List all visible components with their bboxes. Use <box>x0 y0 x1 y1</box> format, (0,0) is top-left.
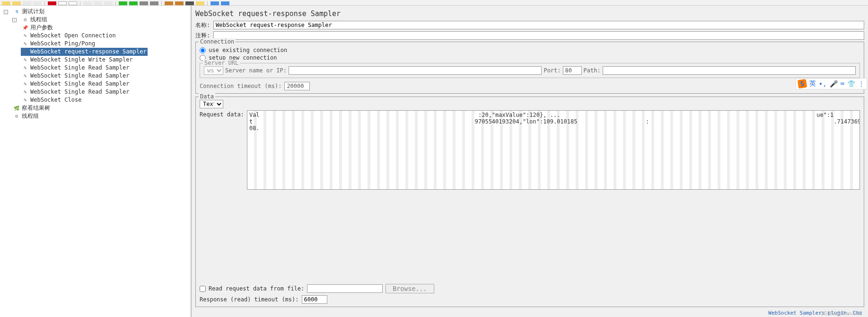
tree-toggle[interactable]: - <box>12 18 17 22</box>
port-input[interactable] <box>563 66 582 75</box>
tree-root[interactable]: 测试计划 <box>12 8 45 16</box>
pencil-icon <box>22 33 28 39</box>
gear-icon <box>22 17 28 23</box>
toolbar-icon[interactable] <box>210 1 219 5</box>
pencil-icon <box>22 41 28 47</box>
toolbar-icon[interactable] <box>150 1 158 5</box>
plugin-footer: WebSocket Samplers plugin. Che <box>195 309 864 316</box>
read-from-file-label: Read request data from file: <box>209 285 304 292</box>
toolbar-icon[interactable] <box>185 1 194 5</box>
stop-icon[interactable] <box>140 1 148 5</box>
ws-open-node[interactable]: WebSocket Open Connection <box>21 32 117 40</box>
toolbar-icon[interactable] <box>94 1 102 5</box>
protocol-select[interactable]: ws <box>204 66 223 75</box>
tree-icon <box>13 105 20 112</box>
response-timeout-label: Response (read) timeout (ms): <box>200 296 299 303</box>
gear-icon <box>13 113 20 120</box>
pencil-icon <box>22 57 28 63</box>
ws-write-node[interactable]: WebSocket Single Write Sampler <box>21 56 134 64</box>
page-title: WebSocket request-response Sampler <box>195 8 864 21</box>
tree-label: 测试计划 <box>22 8 44 16</box>
name-input[interactable] <box>213 21 864 29</box>
toolbar-icon[interactable] <box>2 1 10 5</box>
pencil-icon <box>22 97 28 104</box>
ime-keyboard-icon[interactable]: ⌨ <box>841 80 844 88</box>
thread-group-node[interactable]: 线程组 <box>21 16 48 24</box>
read-from-file-checkbox[interactable] <box>200 286 206 292</box>
toolbar <box>0 0 868 6</box>
flask-icon <box>13 9 20 15</box>
path-label: Path: <box>584 67 601 74</box>
toolbar-icon[interactable] <box>165 1 173 5</box>
connection-timeout-label: Connection timeout (ms): <box>200 83 281 89</box>
ws-read-node[interactable]: WebSocket Single Read Sampler <box>21 88 131 96</box>
test-plan-tree[interactable]: - 测试计划 - 线程组 <box>0 6 192 317</box>
setup-new-radio[interactable]: setup new connection <box>200 54 860 61</box>
pin-icon <box>22 25 28 31</box>
ws-read-node[interactable]: WebSocket Single Read Sampler <box>21 72 131 80</box>
port-label: Port: <box>544 67 561 74</box>
data-type-select[interactable]: Text <box>200 100 223 108</box>
tree-label: WebSocket Single Write Sampler <box>30 56 133 64</box>
toolbar-icon[interactable] <box>48 1 56 5</box>
ime-mic-icon[interactable]: 🎤 <box>830 80 838 88</box>
ws-close-node[interactable]: WebSocket Close <box>21 96 82 104</box>
ws-reqresp-node[interactable]: WebSocket request-response Sampler <box>21 48 148 56</box>
path-input[interactable] <box>603 66 856 75</box>
server-name-input[interactable] <box>289 66 542 75</box>
ws-ping-node[interactable]: WebSocket Ping/Pong <box>21 40 96 48</box>
server-name-label: Server name or IP: <box>225 67 287 74</box>
ime-punct-icon[interactable]: •, <box>819 80 827 88</box>
toolbar-icon[interactable] <box>175 1 184 5</box>
thread-group-node[interactable]: 线程组 <box>12 112 40 120</box>
tree-label: 用户参数 <box>30 24 53 32</box>
toolbar-icon[interactable] <box>196 1 204 5</box>
tree-label: WebSocket Single Read Sampler <box>30 88 130 96</box>
tree-label: WebSocket Close <box>30 96 81 104</box>
toolbar-icon[interactable] <box>58 1 67 5</box>
user-params-node[interactable]: 用户参数 <box>21 24 54 32</box>
ime-skin-icon[interactable]: 👕 <box>847 80 855 88</box>
toolbar-icon[interactable] <box>12 1 21 5</box>
view-results-tree-node[interactable]: 察看结果树 <box>12 104 51 112</box>
toolbar-icon[interactable] <box>23 1 31 5</box>
toolbar-icon[interactable] <box>104 1 113 5</box>
toolbar-icon[interactable] <box>221 1 229 5</box>
tree-label: WebSocket Open Connection <box>30 32 116 40</box>
ime-toolbar[interactable]: S 英 •, 🎤 ⌨ 👕 ⋮ <box>796 78 867 89</box>
run-icon[interactable] <box>119 1 127 5</box>
toolbar-icon[interactable] <box>33 1 42 5</box>
pencil-icon <box>22 73 28 79</box>
ime-lang[interactable]: 英 <box>809 79 816 88</box>
pencil-icon <box>22 89 28 96</box>
use-existing-radio[interactable]: use existing connection <box>200 47 860 53</box>
response-timeout-input[interactable] <box>302 295 327 304</box>
request-data-label: Request data: <box>200 110 244 281</box>
name-label: 名称: <box>195 21 210 29</box>
ws-read-node[interactable]: WebSocket Single Read Sampler <box>21 80 131 88</box>
toolbar-icon[interactable] <box>129 1 138 5</box>
file-path-input[interactable] <box>307 284 383 293</box>
tree-toggle[interactable]: - <box>4 10 8 14</box>
ime-menu-icon[interactable]: ⋮ <box>858 80 865 88</box>
connection-timeout-input[interactable] <box>284 82 310 90</box>
tree-label: 线程组 <box>22 112 39 120</box>
pencil-icon <box>22 49 28 55</box>
comment-input[interactable] <box>213 31 864 40</box>
pencil-icon <box>22 81 28 88</box>
toolbar-icon[interactable] <box>69 1 77 5</box>
use-existing-radio-input[interactable] <box>200 47 206 53</box>
tree-label: WebSocket Ping/Pong <box>30 40 95 48</box>
data-fieldset: Data Text Request data: Val :20,"maxValu… <box>195 97 864 307</box>
server-url-legend: Server URL <box>203 60 240 66</box>
tree-label: WebSocket Single Read Sampler <box>30 64 130 72</box>
server-url-fieldset: Server URL ws Server name or IP: Port: P… <box>200 63 860 78</box>
pencil-icon <box>22 65 28 71</box>
tree-label: WebSocket request-response Sampler <box>30 48 147 56</box>
ws-read-node[interactable]: WebSocket Single Read Sampler <box>21 64 131 72</box>
toolbar-icon[interactable] <box>83 1 92 5</box>
browse-button[interactable]: Browse... <box>386 284 434 293</box>
sampler-config-panel: WebSocket request-response Sampler 名称: 注… <box>192 6 868 317</box>
tree-label: 线程组 <box>30 16 47 24</box>
request-data-textarea[interactable]: Val :20,"maxValue":120}, ... ue":1 t <box>247 110 860 190</box>
